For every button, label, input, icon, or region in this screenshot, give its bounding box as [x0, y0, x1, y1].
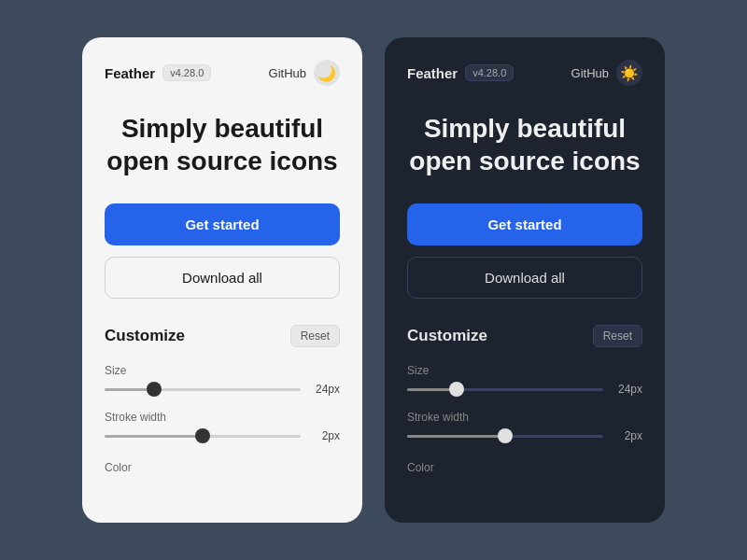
size-slider-group-dark: Size 24px	[407, 364, 642, 396]
stroke-track-light[interactable]	[105, 435, 301, 438]
reset-button-light[interactable]: Reset	[290, 325, 340, 347]
stroke-slider-row-light: 2px	[105, 429, 340, 442]
theme-toggle-dark[interactable]: ☀️	[616, 60, 642, 86]
brand-name-light: Feather	[105, 65, 155, 81]
hero-text-dark: Simply beautiful open source icons	[407, 112, 642, 177]
customize-title-dark: Customize	[407, 327, 487, 345]
reset-button-dark[interactable]: Reset	[593, 325, 642, 347]
get-started-button-dark[interactable]: Get started	[407, 203, 642, 245]
size-thumb-light[interactable]	[147, 382, 162, 397]
size-value-dark: 24px	[613, 383, 642, 396]
stroke-thumb-light[interactable]	[195, 428, 210, 443]
dark-card: Feather v4.28.0 GitHub ☀️ Simply beautif…	[385, 37, 665, 523]
download-all-button-light[interactable]: Download all	[105, 257, 340, 299]
get-started-button-light[interactable]: Get started	[105, 203, 340, 245]
size-thumb-dark[interactable]	[449, 382, 464, 397]
stroke-track-dark[interactable]	[407, 435, 603, 438]
moon-icon: 🌙	[317, 64, 336, 82]
color-label-light: Color	[105, 461, 340, 474]
customize-header-dark: Customize Reset	[407, 325, 642, 347]
size-slider-group-light: Size 24px	[105, 364, 340, 396]
sun-icon: ☀️	[620, 64, 639, 82]
github-link-light[interactable]: GitHub	[269, 66, 306, 80]
size-slider-row-light: 24px	[105, 383, 340, 396]
customize-header-light: Customize Reset	[105, 325, 340, 347]
size-value-light: 24px	[310, 383, 340, 396]
stroke-fill-dark	[407, 435, 505, 438]
customize-title-light: Customize	[105, 327, 185, 345]
stroke-fill-light	[105, 435, 203, 438]
hero-text-light: Simply beautiful open source icons	[105, 112, 340, 177]
stroke-thumb-dark[interactable]	[498, 428, 513, 443]
size-slider-row-dark: 24px	[407, 383, 642, 396]
size-track-light[interactable]	[105, 388, 301, 391]
card-header-dark: Feather v4.28.0 GitHub ☀️	[407, 60, 642, 86]
color-label-dark: Color	[407, 461, 642, 474]
theme-toggle-light[interactable]: 🌙	[314, 60, 340, 86]
size-label-light: Size	[105, 364, 340, 377]
card-header-light: Feather v4.28.0 GitHub 🌙	[105, 60, 340, 86]
size-track-dark[interactable]	[407, 388, 603, 391]
stroke-label-light: Stroke width	[105, 411, 340, 424]
version-badge-dark: v4.28.0	[465, 64, 514, 81]
github-link-dark[interactable]: GitHub	[571, 66, 609, 80]
stroke-slider-row-dark: 2px	[407, 429, 642, 442]
stroke-value-light: 2px	[310, 429, 340, 442]
stroke-value-dark: 2px	[613, 429, 642, 442]
stroke-slider-group-light: Stroke width 2px	[105, 411, 340, 442]
stroke-label-dark: Stroke width	[407, 411, 642, 424]
version-badge-light: v4.28.0	[162, 64, 211, 81]
brand-name-dark: Feather	[407, 65, 458, 81]
download-all-button-dark[interactable]: Download all	[407, 257, 642, 299]
stroke-slider-group-dark: Stroke width 2px	[407, 411, 642, 442]
light-card: Feather v4.28.0 GitHub 🌙 Simply beautifu…	[82, 37, 362, 523]
size-label-dark: Size	[407, 364, 642, 377]
